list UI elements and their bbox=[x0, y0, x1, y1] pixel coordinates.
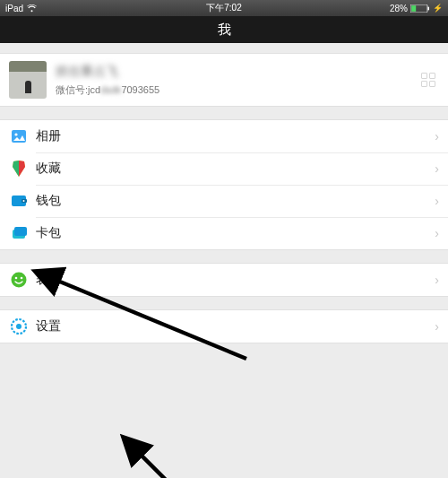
menu-item-settings[interactable]: 设置 › bbox=[0, 310, 448, 343]
status-device: iPad bbox=[5, 4, 23, 13]
profile-wxid: 微信号: jcd dsdk 7093655 bbox=[56, 83, 421, 97]
menu-label: 卡包 bbox=[36, 225, 61, 241]
menu-item-cards[interactable]: 卡包 › bbox=[0, 217, 448, 249]
profile-row[interactable]: 抓住重点飞 微信号: jcd dsdk 7093655 bbox=[0, 54, 448, 106]
svg-rect-2 bbox=[428, 6, 430, 10]
chevron-right-icon: › bbox=[435, 319, 439, 334]
svg-point-10 bbox=[12, 273, 27, 288]
stickers-icon bbox=[9, 270, 29, 290]
menu-label: 相册 bbox=[36, 128, 61, 144]
avatar bbox=[9, 61, 47, 99]
menu-label: 表情 bbox=[36, 272, 61, 288]
status-bar: iPad 下午7:02 28% ⚡ bbox=[0, 0, 448, 16]
chevron-right-icon: › bbox=[435, 161, 439, 176]
chevron-right-icon: › bbox=[435, 194, 439, 208]
qr-icon bbox=[421, 73, 435, 87]
menu-item-photos[interactable]: 相册 › bbox=[0, 120, 448, 152]
svg-point-4 bbox=[14, 133, 17, 135]
status-battery-pct: 28% bbox=[390, 4, 408, 13]
svg-line-16 bbox=[139, 453, 170, 478]
menu-item-stickers[interactable]: 表情 › bbox=[0, 264, 448, 296]
svg-rect-1 bbox=[411, 5, 416, 12]
nav-title: 我 bbox=[218, 22, 231, 39]
battery-icon bbox=[410, 4, 430, 13]
charging-icon: ⚡ bbox=[433, 4, 443, 13]
wifi-icon bbox=[27, 4, 37, 13]
svg-point-14 bbox=[16, 324, 22, 329]
menu-label: 设置 bbox=[36, 318, 61, 335]
menu-group-2: 表情 › bbox=[0, 263, 448, 297]
menu-item-favorites[interactable]: 收藏 › bbox=[0, 152, 448, 185]
svg-point-12 bbox=[21, 277, 23, 280]
menu-item-wallet[interactable]: 钱包 › bbox=[0, 185, 448, 217]
profile-section: 抓住重点飞 微信号: jcd dsdk 7093655 bbox=[0, 53, 448, 107]
chevron-right-icon: › bbox=[435, 226, 439, 240]
menu-label: 收藏 bbox=[36, 161, 61, 177]
nav-bar: 我 bbox=[0, 16, 448, 43]
settings-icon bbox=[9, 317, 29, 336]
svg-point-7 bbox=[23, 200, 25, 202]
menu-group-3: 设置 › bbox=[0, 309, 448, 343]
cards-icon bbox=[9, 223, 29, 243]
menu-label: 钱包 bbox=[36, 193, 61, 209]
profile-nickname: 抓住重点飞 bbox=[56, 64, 421, 80]
svg-rect-9 bbox=[14, 227, 27, 236]
status-time: 下午7:02 bbox=[0, 2, 448, 14]
chevron-right-icon: › bbox=[435, 273, 439, 287]
svg-point-11 bbox=[15, 277, 18, 280]
menu-group-1: 相册 › 收藏 › 钱包 › 卡包 › bbox=[0, 119, 448, 250]
favorites-icon bbox=[9, 159, 29, 178]
chevron-right-icon: › bbox=[435, 129, 439, 143]
photos-icon bbox=[9, 126, 29, 146]
wallet-icon bbox=[9, 191, 29, 211]
